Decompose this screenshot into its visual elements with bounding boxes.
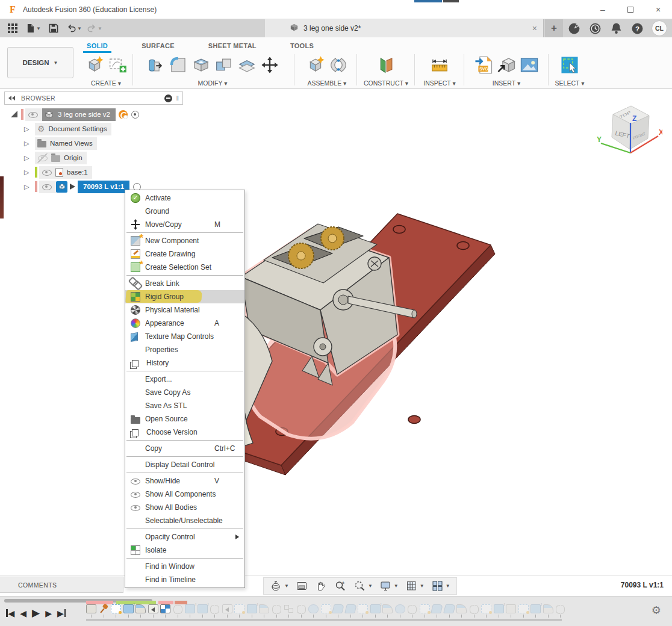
svgfile-tool-icon[interactable]: SVG <box>474 55 493 76</box>
offset-tool-icon[interactable] <box>237 55 257 76</box>
timeline-feature-box[interactable] <box>86 604 96 618</box>
menu-item-copy[interactable]: CopyCtrl+C <box>125 442 244 455</box>
menu-item-export[interactable]: Export... <box>125 373 244 386</box>
browser-panel-header[interactable]: BROWSER ‖ <box>4 91 183 105</box>
timeline-feature-form-suppressed[interactable] <box>395 604 405 618</box>
timeline-feature-joint-suppressed[interactable] <box>173 604 183 618</box>
display-settings-icon[interactable]: ▼ <box>379 580 399 592</box>
collapse-panel-icon[interactable] <box>8 96 15 101</box>
timeline-feature-flag-suppressed[interactable] <box>346 604 356 618</box>
panel-minus-icon[interactable] <box>164 95 172 102</box>
view-cube[interactable]: TOP LEFT FRONT Z Y X <box>596 99 662 160</box>
newcomp-tool-icon[interactable] <box>306 55 325 76</box>
menu-item-move-copy[interactable]: Move/CopyM <box>125 218 244 231</box>
undo-button[interactable]: ▼ <box>66 21 82 36</box>
sketch-tool-icon[interactable] <box>108 55 127 76</box>
menu-item-save-copy-as[interactable]: Save Copy As <box>125 386 244 399</box>
ribbon-group-label[interactable]: INSPECT ▾ <box>423 79 456 87</box>
timeline-feature-extrude-suppressed[interactable] <box>247 604 257 618</box>
notifications-bell-icon[interactable] <box>609 22 623 36</box>
browser-row-base[interactable]: ▷ base:1 <box>24 165 141 179</box>
menu-item-show-all-bodies[interactable]: Show All Bodies <box>125 501 244 514</box>
skip-to-start-button[interactable]: ◀ <box>6 609 14 618</box>
expanded-arrow-icon[interactable] <box>11 111 17 117</box>
visibility-eye-icon[interactable] <box>42 182 52 191</box>
redo-button[interactable]: ▼ <box>87 21 102 36</box>
file-menu-button[interactable]: ▼ <box>25 21 41 36</box>
collapsed-arrow-icon[interactable]: ▷ <box>24 125 31 133</box>
visibility-eye-icon[interactable] <box>28 110 38 119</box>
browser-row-70093[interactable]: ▷ 70093 L v1:1 <box>24 179 141 194</box>
tab-solid[interactable]: SOLID <box>83 40 111 53</box>
menu-item-save-as-stl[interactable]: Save As STL <box>125 399 244 412</box>
timeline-feature-flag-suppressed[interactable] <box>333 604 343 618</box>
timeline-feature-fillet-suppressed[interactable] <box>543 604 553 618</box>
design-workspace-selector[interactable]: DESIGN▼ <box>7 47 73 78</box>
ribbon-group-label[interactable]: SELECT ▾ <box>555 79 585 87</box>
job-status-clock-icon[interactable] <box>588 22 602 36</box>
move-tool-icon[interactable] <box>260 55 279 76</box>
menu-item-find-in-window[interactable]: Find in Window <box>125 560 244 573</box>
joint-tool-icon[interactable] <box>329 55 348 76</box>
ribbon-group-label[interactable]: CREATE ▾ <box>91 79 121 87</box>
orbit-icon[interactable]: ▼ <box>270 580 289 592</box>
pan-icon[interactable] <box>315 580 328 592</box>
timeline-feature-insert-suppressed[interactable] <box>222 604 232 618</box>
timeline-feature-extrude-suppressed[interactable] <box>494 604 504 618</box>
minimize-button[interactable]: – <box>589 0 617 19</box>
ribbon-group-label[interactable]: ASSEMBLE ▾ <box>308 79 347 87</box>
tab-sheet-metal[interactable]: SHEET METAL <box>205 40 260 53</box>
menu-item-open-source[interactable]: Open Source <box>125 412 244 426</box>
step-back-button[interactable]: ◀ <box>20 609 26 618</box>
help-icon[interactable]: ? <box>630 22 644 36</box>
measure-tool-icon[interactable] <box>430 55 449 76</box>
visibility-eye-icon[interactable] <box>42 168 52 177</box>
timeline-feature-pin[interactable] <box>99 604 109 618</box>
collapsed-arrow-icon[interactable]: ▷ <box>24 140 31 147</box>
newcomp-tool-icon[interactable] <box>85 55 104 76</box>
menu-item-create-selection-set[interactable]: Create Selection Set <box>125 261 244 274</box>
shell-tool-icon[interactable] <box>191 55 211 76</box>
save-button[interactable] <box>46 21 61 36</box>
timeline-feature-sketch-suppressed[interactable] <box>321 604 331 618</box>
timeline-feature-sketch-suppressed[interactable] <box>481 604 491 618</box>
timeline-feature-fillet-suppressed[interactable] <box>259 604 269 618</box>
zoom-window-icon[interactable]: ▼ <box>353 580 373 592</box>
root-component-label[interactable]: 3 leg one side v2 <box>42 108 116 121</box>
menu-item-opacity-control[interactable]: Opacity Control <box>125 530 244 544</box>
timeline-feature-rigid[interactable] <box>160 604 170 618</box>
comments-panel[interactable]: COMMENTS <box>0 577 123 593</box>
timeline-feature-form-suppressed[interactable] <box>308 604 319 618</box>
timeline-feature-sketch-suppressed[interactable] <box>234 604 244 618</box>
menu-item-break-link[interactable]: Break Link <box>125 277 244 290</box>
skip-to-end-button[interactable]: ▶ <box>57 609 66 618</box>
menu-item-history[interactable]: History <box>125 356 244 370</box>
browser-row-named-views[interactable]: ▷ Named Views <box>24 136 141 150</box>
collapsed-arrow-icon[interactable]: ▷ <box>24 154 31 162</box>
play-button[interactable]: ▶ <box>32 607 40 619</box>
selected-component-label[interactable]: 70093 L v1:1 <box>78 181 129 193</box>
timeline-feature-sketch-suppressed[interactable] <box>358 604 368 618</box>
timeline-feature-fillet-suppressed[interactable] <box>382 604 393 618</box>
timeline-feature-fillet[interactable] <box>135 604 146 618</box>
collapsed-arrow-icon[interactable]: ▷ <box>24 183 31 191</box>
timeline-feature-joint-suppressed[interactable] <box>210 604 220 618</box>
activate-radio-icon[interactable] <box>131 111 139 119</box>
menu-item-new-component[interactable]: New Component <box>125 234 244 247</box>
close-button[interactable]: × <box>644 0 672 19</box>
timeline-feature-insert[interactable] <box>148 604 158 618</box>
tab-tools[interactable]: TOOLS <box>287 40 317 53</box>
timeline-feature-fillet-suppressed[interactable] <box>456 604 467 618</box>
timeline-feature-joint-suppressed[interactable] <box>296 604 306 618</box>
zoom-icon[interactable]: ± <box>334 580 347 592</box>
step-forward-button[interactable]: ▶ <box>45 609 52 618</box>
app-grid-icon[interactable] <box>5 21 20 36</box>
plane-tool-icon[interactable] <box>376 55 396 76</box>
visibility-off-eye-icon[interactable] <box>37 153 48 163</box>
timeline-feature-joint-suppressed[interactable] <box>407 604 417 618</box>
browser-row-document-settings[interactable]: ▷ ⚙ Document Settings <box>24 122 141 136</box>
ribbon-group-label[interactable]: MODIFY ▾ <box>198 79 228 87</box>
timeline-feature-flag-suppressed[interactable] <box>444 604 455 618</box>
menu-item-rigid-group[interactable]: Rigid Group <box>125 290 244 303</box>
menu-item-physical-material[interactable]: Physical Material <box>125 303 244 317</box>
